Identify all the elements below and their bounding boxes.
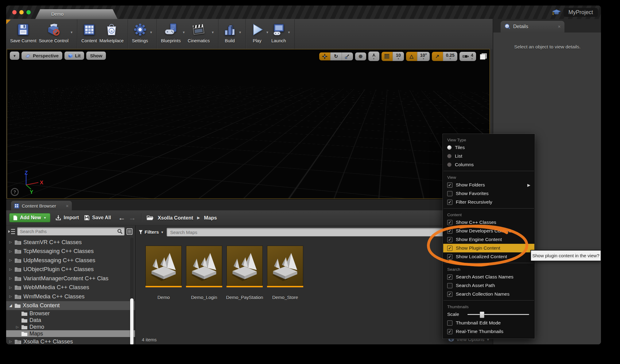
expand-arrow-icon[interactable]: ▷ [9, 249, 13, 253]
view-settings-icon[interactable] [126, 228, 133, 235]
scale-snap-toggle[interactable]: ↗ [432, 52, 443, 61]
toolbar-button-build[interactable]: Build▼ [223, 19, 242, 43]
scale-snap-value[interactable]: 0.25▾ [443, 52, 457, 61]
tree-item-webmmedia-c-classes[interactable]: ▷C++WebMMedia C++ Classes [6, 283, 135, 292]
viewport[interactable]: ▼ Perspective Lit [7, 49, 490, 199]
expand-arrow-icon[interactable]: ▷ [9, 267, 13, 271]
lit-mode-button[interactable]: Lit [64, 52, 84, 60]
tree-scrollbar-thumb[interactable] [130, 298, 134, 344]
tree-item-xsolla-c-classes[interactable]: ▷C++Xsolla C++ Classes [6, 337, 135, 344]
tree-item-tcpmessaging-c-classes[interactable]: ▷C++TcpMessaging C++ Classes [6, 247, 135, 256]
menu-item-search-asset-class-names[interactable]: ✓Search Asset Class Names [443, 273, 534, 281]
toolbar-button-play[interactable]: Play▼ [250, 19, 269, 43]
chevron-down-icon[interactable]: ▼ [211, 31, 214, 34]
world-local-toggle[interactable]: ⊕ [355, 52, 366, 60]
close-icon[interactable]: ✕ [66, 204, 69, 208]
maximize-viewport-button[interactable] [480, 53, 487, 59]
menu-item-scale[interactable]: Scale [443, 310, 534, 319]
toolbar-button-launch[interactable]: Launch▼ [271, 19, 290, 43]
menu-item-real-time-thumbnails[interactable]: ✓Real-Time Thumbnails [443, 327, 534, 336]
navigate-back-button[interactable]: ← [118, 215, 126, 221]
toolbar-button-marketplace[interactable]: uMarketplace [99, 19, 124, 43]
expand-arrow-icon[interactable]: ▷ [9, 294, 13, 298]
expand-arrow-icon[interactable]: ▷ [9, 285, 13, 289]
close-window-button[interactable] [12, 10, 17, 14]
tab-content-browser[interactable]: Content Browser ✕ [11, 201, 72, 211]
breadcrumb-current[interactable]: Maps [204, 215, 217, 221]
tree-item-xsolla-content[interactable]: ◢Xsolla Content [6, 301, 135, 310]
tree-item-data[interactable]: Data [6, 317, 135, 324]
menu-item-show-plugin-content[interactable]: ✓Show Plugin Content [443, 244, 534, 252]
menu-item-show-developers-content[interactable]: ✓Show Developers Content [443, 227, 534, 235]
toolbar-button-settings[interactable]: Settings▼ [132, 19, 153, 43]
tree-item-browser[interactable]: Browser [6, 310, 135, 317]
toolbar-button-content[interactable]: Content [81, 19, 97, 43]
menu-item-list[interactable]: List [443, 152, 534, 160]
rotation-snap-value[interactable]: 10°▾ [417, 52, 430, 61]
toolbar-button-cinematics[interactable]: Cinematics▼ [188, 19, 215, 43]
toolbar-button-save-current[interactable]: Save Current [10, 19, 36, 43]
tree-item-udpmessaging-c-classes[interactable]: ▷C++UdpMessaging C++ Classes [6, 256, 135, 265]
add-new-button[interactable]: Add New ▼ [9, 213, 50, 222]
chevron-down-icon[interactable]: ▼ [182, 31, 185, 34]
move-tool-button[interactable] [319, 52, 331, 60]
asset-tile-demo_login[interactable]: Demo_Login [186, 246, 222, 300]
minimize-window-button[interactable] [19, 10, 24, 14]
surface-snap-button[interactable]: ▾ [368, 52, 379, 61]
menu-item-search-asset-path[interactable]: Search Asset Path [443, 281, 534, 290]
search-paths-input[interactable] [19, 229, 115, 234]
tree-item-demo[interactable]: ▷Demo [6, 324, 135, 330]
slider-thumb[interactable] [480, 312, 484, 318]
menu-item-show-favorites[interactable]: Show Favorites [443, 189, 534, 198]
menu-item-filter-recursively[interactable]: ✓Filter Recursively [443, 198, 534, 206]
menu-item-search-collection-names[interactable]: ✓Search Collection Names [443, 290, 534, 298]
menu-item-show-localized-content[interactable]: ✓Show Localized Content [443, 252, 534, 261]
perspective-button[interactable]: Perspective [21, 52, 62, 60]
expand-arrow-icon[interactable]: ▷ [15, 325, 19, 329]
chevron-down-icon[interactable]: ▼ [266, 31, 269, 34]
tree-item-steamvr-c-classes[interactable]: ▷C++SteamVR C++ Classes [6, 238, 135, 247]
tree-item-variantmanagercontent-c-clas[interactable]: ▷C++VariantManagerContent C++ Clas [6, 274, 135, 283]
expand-arrow-icon[interactable]: ▷ [9, 339, 13, 343]
thumbnail-scale-slider[interactable] [467, 314, 529, 315]
close-icon[interactable]: ✕ [558, 25, 561, 29]
search-assets-input[interactable] [169, 229, 486, 235]
scale-tool-button[interactable] [342, 52, 353, 60]
grid-snap-value[interactable]: 10▾ [393, 52, 404, 61]
toolbar-button-source-control[interactable]: Source Control▼ [39, 19, 73, 43]
menu-item-thumbnail-edit-mode[interactable]: Thumbnail Edit Mode [443, 319, 534, 327]
toolbar-button-blueprints[interactable]: Blueprints▼ [161, 19, 185, 43]
rotate-tool-button[interactable]: ↻ [331, 52, 342, 60]
show-flags-button[interactable]: Show [86, 52, 106, 60]
menu-item-show-engine-content[interactable]: ✓Show Engine Content [443, 235, 534, 244]
expand-arrow-icon[interactable]: ▷ [9, 258, 13, 262]
chevron-down-icon[interactable]: ▼ [288, 31, 291, 34]
tree-item-maps[interactable]: Maps [6, 330, 135, 337]
help-icon[interactable]: ? [11, 188, 19, 196]
expand-arrow-icon[interactable]: ▷ [9, 240, 13, 244]
tree-item-uobjectplugin-c-classes[interactable]: ▷C++UObjectPlugin C++ Classes [6, 265, 135, 274]
breadcrumb-root[interactable]: Xsolla Content [158, 215, 193, 221]
chevron-down-icon[interactable]: ▼ [70, 31, 73, 34]
rotation-snap-toggle[interactable]: △ [406, 52, 417, 61]
chevron-down-icon[interactable]: ▼ [149, 31, 153, 34]
tab-details[interactable]: i Details ✕ [501, 21, 564, 33]
grid-snap-toggle[interactable] [382, 52, 393, 61]
navigate-forward-button[interactable]: → [129, 215, 136, 221]
menu-item-columns[interactable]: Columns [443, 160, 534, 169]
collapse-sources-icon[interactable] [8, 228, 15, 235]
chevron-down-icon[interactable]: ▼ [238, 31, 242, 34]
asset-tile-demo_paystation[interactable]: Demo_PayStation [227, 246, 263, 300]
maximize-window-button[interactable] [26, 10, 31, 14]
menu-item-show-folders[interactable]: ✓Show Folders▶ [443, 181, 534, 189]
expand-arrow-icon[interactable]: ▷ [9, 276, 13, 280]
tree-item-wmfmedia-c-classes[interactable]: ▷C++WmfMedia C++ Classes [6, 292, 135, 301]
asset-tile-demo_store[interactable]: Demo_Store [267, 246, 303, 300]
menu-item-tiles[interactable]: Tiles [443, 143, 534, 152]
menu-item-show-c-classes[interactable]: ✓Show C++ Classes [443, 218, 534, 227]
camera-speed-button[interactable]: 4▾ [459, 52, 476, 61]
level-tab[interactable]: Demo [35, 9, 118, 19]
asset-tile-demo[interactable]: Demo [145, 246, 182, 300]
collapse-arrow-icon[interactable]: ◢ [9, 303, 13, 308]
save-all-button[interactable]: Save All [84, 215, 111, 220]
